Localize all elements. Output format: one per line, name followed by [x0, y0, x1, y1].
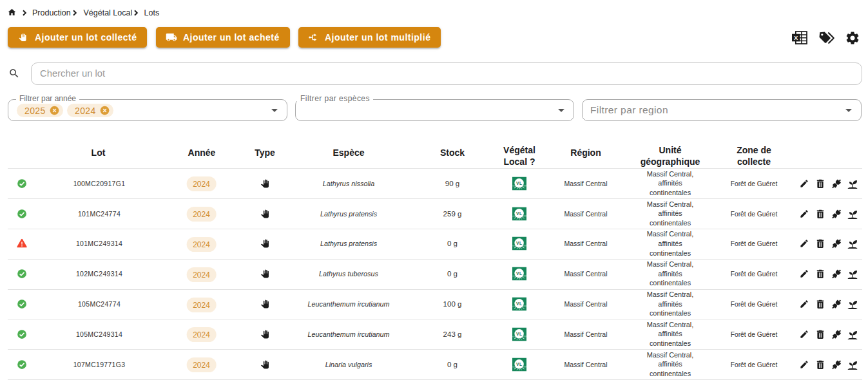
svg-text:VL: VL — [516, 181, 522, 185]
svg-text:VL: VL — [516, 361, 522, 366]
svg-text:VL: VL — [516, 332, 522, 336]
svg-text:VL: VL — [516, 211, 522, 215]
svg-text:VL: VL — [516, 241, 522, 245]
svg-text:VL: VL — [516, 271, 522, 276]
svg-text:VL: VL — [516, 301, 522, 306]
svg-text:X: X — [794, 34, 798, 41]
